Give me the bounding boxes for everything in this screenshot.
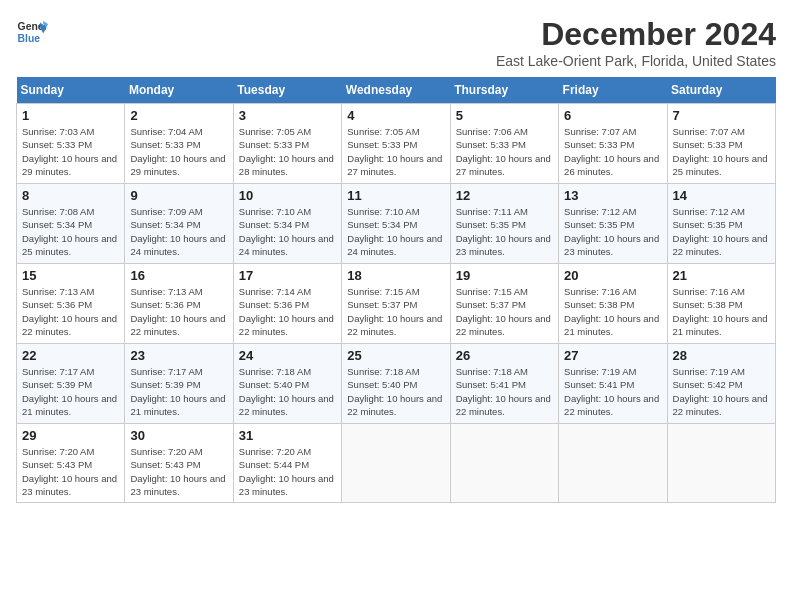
day-number: 2 bbox=[130, 108, 227, 123]
day-cell: 14 Sunrise: 7:12 AMSunset: 5:35 PMDaylig… bbox=[667, 184, 775, 264]
day-number: 16 bbox=[130, 268, 227, 283]
day-detail: Sunrise: 7:20 AMSunset: 5:44 PMDaylight:… bbox=[239, 446, 334, 497]
day-detail: Sunrise: 7:10 AMSunset: 5:34 PMDaylight:… bbox=[239, 206, 334, 257]
day-number: 31 bbox=[239, 428, 336, 443]
day-number: 20 bbox=[564, 268, 661, 283]
subtitle: East Lake-Orient Park, Florida, United S… bbox=[496, 53, 776, 69]
day-cell bbox=[342, 424, 450, 503]
day-detail: Sunrise: 7:18 AMSunset: 5:40 PMDaylight:… bbox=[239, 366, 334, 417]
day-cell: 10 Sunrise: 7:10 AMSunset: 5:34 PMDaylig… bbox=[233, 184, 341, 264]
day-number: 3 bbox=[239, 108, 336, 123]
day-detail: Sunrise: 7:05 AMSunset: 5:33 PMDaylight:… bbox=[239, 126, 334, 177]
day-number: 19 bbox=[456, 268, 553, 283]
col-header-wednesday: Wednesday bbox=[342, 77, 450, 104]
week-row-2: 8 Sunrise: 7:08 AMSunset: 5:34 PMDayligh… bbox=[17, 184, 776, 264]
day-cell: 28 Sunrise: 7:19 AMSunset: 5:42 PMDaylig… bbox=[667, 344, 775, 424]
day-detail: Sunrise: 7:10 AMSunset: 5:34 PMDaylight:… bbox=[347, 206, 442, 257]
day-cell: 4 Sunrise: 7:05 AMSunset: 5:33 PMDayligh… bbox=[342, 104, 450, 184]
day-cell: 18 Sunrise: 7:15 AMSunset: 5:37 PMDaylig… bbox=[342, 264, 450, 344]
day-number: 11 bbox=[347, 188, 444, 203]
col-header-monday: Monday bbox=[125, 77, 233, 104]
header: General Blue December 2024 East Lake-Ori… bbox=[16, 16, 776, 69]
day-cell: 15 Sunrise: 7:13 AMSunset: 5:36 PMDaylig… bbox=[17, 264, 125, 344]
day-detail: Sunrise: 7:19 AMSunset: 5:41 PMDaylight:… bbox=[564, 366, 659, 417]
day-detail: Sunrise: 7:18 AMSunset: 5:40 PMDaylight:… bbox=[347, 366, 442, 417]
logo-icon: General Blue bbox=[16, 16, 48, 48]
day-cell: 19 Sunrise: 7:15 AMSunset: 5:37 PMDaylig… bbox=[450, 264, 558, 344]
day-cell: 5 Sunrise: 7:06 AMSunset: 5:33 PMDayligh… bbox=[450, 104, 558, 184]
day-detail: Sunrise: 7:17 AMSunset: 5:39 PMDaylight:… bbox=[130, 366, 225, 417]
day-cell: 22 Sunrise: 7:17 AMSunset: 5:39 PMDaylig… bbox=[17, 344, 125, 424]
day-detail: Sunrise: 7:15 AMSunset: 5:37 PMDaylight:… bbox=[347, 286, 442, 337]
main-title: December 2024 bbox=[496, 16, 776, 53]
day-number: 30 bbox=[130, 428, 227, 443]
day-detail: Sunrise: 7:20 AMSunset: 5:43 PMDaylight:… bbox=[130, 446, 225, 497]
day-cell bbox=[667, 424, 775, 503]
day-detail: Sunrise: 7:19 AMSunset: 5:42 PMDaylight:… bbox=[673, 366, 768, 417]
day-detail: Sunrise: 7:07 AMSunset: 5:33 PMDaylight:… bbox=[564, 126, 659, 177]
day-number: 22 bbox=[22, 348, 119, 363]
logo: General Blue bbox=[16, 16, 48, 48]
calendar-table: SundayMondayTuesdayWednesdayThursdayFrid… bbox=[16, 77, 776, 503]
day-number: 1 bbox=[22, 108, 119, 123]
col-header-tuesday: Tuesday bbox=[233, 77, 341, 104]
day-cell: 16 Sunrise: 7:13 AMSunset: 5:36 PMDaylig… bbox=[125, 264, 233, 344]
day-detail: Sunrise: 7:06 AMSunset: 5:33 PMDaylight:… bbox=[456, 126, 551, 177]
day-cell bbox=[450, 424, 558, 503]
day-cell: 25 Sunrise: 7:18 AMSunset: 5:40 PMDaylig… bbox=[342, 344, 450, 424]
day-number: 6 bbox=[564, 108, 661, 123]
header-row: SundayMondayTuesdayWednesdayThursdayFrid… bbox=[17, 77, 776, 104]
day-cell: 24 Sunrise: 7:18 AMSunset: 5:40 PMDaylig… bbox=[233, 344, 341, 424]
day-detail: Sunrise: 7:16 AMSunset: 5:38 PMDaylight:… bbox=[673, 286, 768, 337]
day-detail: Sunrise: 7:13 AMSunset: 5:36 PMDaylight:… bbox=[130, 286, 225, 337]
day-cell: 17 Sunrise: 7:14 AMSunset: 5:36 PMDaylig… bbox=[233, 264, 341, 344]
day-cell: 29 Sunrise: 7:20 AMSunset: 5:43 PMDaylig… bbox=[17, 424, 125, 503]
day-cell: 20 Sunrise: 7:16 AMSunset: 5:38 PMDaylig… bbox=[559, 264, 667, 344]
day-number: 27 bbox=[564, 348, 661, 363]
day-number: 14 bbox=[673, 188, 770, 203]
day-number: 7 bbox=[673, 108, 770, 123]
day-cell: 26 Sunrise: 7:18 AMSunset: 5:41 PMDaylig… bbox=[450, 344, 558, 424]
day-cell bbox=[559, 424, 667, 503]
day-number: 10 bbox=[239, 188, 336, 203]
day-detail: Sunrise: 7:05 AMSunset: 5:33 PMDaylight:… bbox=[347, 126, 442, 177]
day-detail: Sunrise: 7:12 AMSunset: 5:35 PMDaylight:… bbox=[673, 206, 768, 257]
day-detail: Sunrise: 7:20 AMSunset: 5:43 PMDaylight:… bbox=[22, 446, 117, 497]
day-detail: Sunrise: 7:18 AMSunset: 5:41 PMDaylight:… bbox=[456, 366, 551, 417]
day-number: 8 bbox=[22, 188, 119, 203]
col-header-thursday: Thursday bbox=[450, 77, 558, 104]
week-row-3: 15 Sunrise: 7:13 AMSunset: 5:36 PMDaylig… bbox=[17, 264, 776, 344]
col-header-friday: Friday bbox=[559, 77, 667, 104]
day-detail: Sunrise: 7:15 AMSunset: 5:37 PMDaylight:… bbox=[456, 286, 551, 337]
day-cell: 7 Sunrise: 7:07 AMSunset: 5:33 PMDayligh… bbox=[667, 104, 775, 184]
day-cell: 23 Sunrise: 7:17 AMSunset: 5:39 PMDaylig… bbox=[125, 344, 233, 424]
day-cell: 27 Sunrise: 7:19 AMSunset: 5:41 PMDaylig… bbox=[559, 344, 667, 424]
day-detail: Sunrise: 7:11 AMSunset: 5:35 PMDaylight:… bbox=[456, 206, 551, 257]
week-row-1: 1 Sunrise: 7:03 AMSunset: 5:33 PMDayligh… bbox=[17, 104, 776, 184]
day-cell: 2 Sunrise: 7:04 AMSunset: 5:33 PMDayligh… bbox=[125, 104, 233, 184]
day-number: 18 bbox=[347, 268, 444, 283]
day-detail: Sunrise: 7:17 AMSunset: 5:39 PMDaylight:… bbox=[22, 366, 117, 417]
day-number: 23 bbox=[130, 348, 227, 363]
day-cell: 9 Sunrise: 7:09 AMSunset: 5:34 PMDayligh… bbox=[125, 184, 233, 264]
day-cell: 1 Sunrise: 7:03 AMSunset: 5:33 PMDayligh… bbox=[17, 104, 125, 184]
day-detail: Sunrise: 7:03 AMSunset: 5:33 PMDaylight:… bbox=[22, 126, 117, 177]
day-number: 28 bbox=[673, 348, 770, 363]
day-detail: Sunrise: 7:04 AMSunset: 5:33 PMDaylight:… bbox=[130, 126, 225, 177]
week-row-4: 22 Sunrise: 7:17 AMSunset: 5:39 PMDaylig… bbox=[17, 344, 776, 424]
col-header-sunday: Sunday bbox=[17, 77, 125, 104]
day-number: 29 bbox=[22, 428, 119, 443]
day-cell: 6 Sunrise: 7:07 AMSunset: 5:33 PMDayligh… bbox=[559, 104, 667, 184]
svg-text:Blue: Blue bbox=[18, 33, 41, 44]
week-row-5: 29 Sunrise: 7:20 AMSunset: 5:43 PMDaylig… bbox=[17, 424, 776, 503]
col-header-saturday: Saturday bbox=[667, 77, 775, 104]
day-cell: 30 Sunrise: 7:20 AMSunset: 5:43 PMDaylig… bbox=[125, 424, 233, 503]
day-number: 17 bbox=[239, 268, 336, 283]
day-detail: Sunrise: 7:07 AMSunset: 5:33 PMDaylight:… bbox=[673, 126, 768, 177]
day-detail: Sunrise: 7:14 AMSunset: 5:36 PMDaylight:… bbox=[239, 286, 334, 337]
day-cell: 8 Sunrise: 7:08 AMSunset: 5:34 PMDayligh… bbox=[17, 184, 125, 264]
day-number: 5 bbox=[456, 108, 553, 123]
day-number: 15 bbox=[22, 268, 119, 283]
day-detail: Sunrise: 7:16 AMSunset: 5:38 PMDaylight:… bbox=[564, 286, 659, 337]
day-cell: 31 Sunrise: 7:20 AMSunset: 5:44 PMDaylig… bbox=[233, 424, 341, 503]
